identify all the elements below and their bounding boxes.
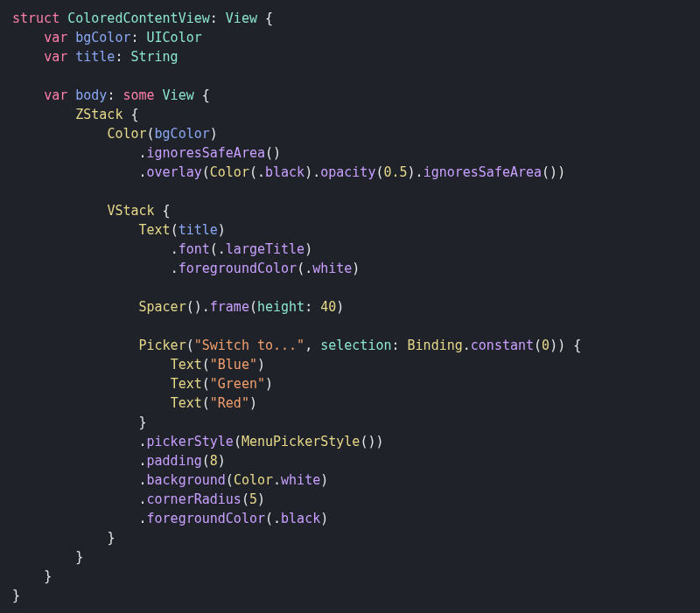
line: var body: some View {	[12, 87, 210, 103]
string-switch-to: "Switch to..."	[194, 338, 304, 353]
line: Color(bgColor)	[12, 126, 218, 142]
type-Picker: Picker	[139, 338, 186, 353]
line: .background(Color.white)	[12, 472, 328, 488]
num-0.5: 0.5	[383, 164, 407, 180]
type-Text: Text	[171, 357, 202, 373]
line: ZStack {	[12, 107, 139, 122]
line: }	[12, 549, 83, 565]
enum-black: black	[265, 164, 304, 180]
fn-overlay: overlay	[147, 164, 202, 180]
enum-black: black	[281, 511, 320, 526]
line: Spacer().frame(height: 40)	[12, 299, 344, 315]
string-green: "Green"	[210, 376, 265, 392]
keyword-var: var	[44, 87, 67, 103]
type-View: View	[163, 87, 194, 103]
fn-ignoresSafeArea: ignoresSafeArea	[424, 164, 542, 180]
line: var title: String	[12, 49, 178, 65]
fn-font: font	[178, 241, 210, 257]
fn-cornerRadius: cornerRadius	[147, 491, 242, 507]
fn-pickerStyle: pickerStyle	[147, 434, 234, 449]
num-8: 8	[210, 453, 218, 469]
enum-white: white	[281, 472, 320, 488]
type-Color: Color	[210, 164, 249, 180]
line: VStack {	[12, 203, 171, 219]
type-Spacer: Spacer	[139, 299, 186, 315]
type-ZStack: ZStack	[75, 107, 122, 122]
line: var bgColor: UIColor	[12, 30, 202, 45]
line: Text("Blue")	[12, 357, 265, 373]
line: }	[12, 588, 20, 603]
line: }	[12, 568, 52, 584]
prop-title: title	[75, 49, 115, 65]
type-Color: Color	[234, 472, 273, 488]
code-block: struct ColoredContentView: View { var bg…	[12, 9, 688, 605]
fn-padding: padding	[147, 453, 202, 469]
fn-ignoresSafeArea: ignoresSafeArea	[147, 145, 265, 161]
string-blue: "Blue"	[210, 357, 257, 373]
prop-body: body	[75, 87, 107, 103]
fn-foregroundColor: foregroundColor	[178, 261, 297, 276]
num-40: 40	[320, 299, 336, 315]
arg-title: title	[178, 222, 218, 238]
line: struct ColoredContentView: View {	[12, 10, 273, 26]
line: Text(title)	[12, 222, 226, 238]
type-String: String	[130, 49, 178, 65]
prop-bgColor: bgColor	[75, 30, 130, 45]
fn-foregroundColor: foregroundColor	[147, 511, 265, 526]
type-Text: Text	[171, 376, 202, 392]
line: }	[12, 414, 147, 430]
line: .foregroundColor(.black)	[12, 511, 328, 526]
line: .overlay(Color(.black).opacity(0.5).igno…	[12, 164, 565, 180]
type-ColoredContentView: ColoredContentView	[67, 10, 210, 26]
fn-frame: frame	[210, 299, 249, 315]
num-5: 5	[249, 491, 257, 507]
type-UIColor: UIColor	[147, 30, 202, 45]
keyword-var: var	[44, 49, 67, 65]
arg-height: height	[257, 299, 304, 315]
type-VStack: VStack	[107, 203, 154, 219]
arg-bgColor: bgColor	[155, 126, 210, 142]
enum-largeTitle: largeTitle	[226, 241, 304, 257]
line: .ignoresSafeArea()	[12, 145, 281, 161]
line: .font(.largeTitle)	[12, 241, 312, 257]
fn-constant: constant	[471, 338, 534, 353]
keyword-struct: struct	[12, 10, 60, 26]
line: .pickerStyle(MenuPickerStyle())	[12, 434, 383, 449]
type-Binding: Binding	[408, 338, 463, 353]
type-Text: Text	[139, 222, 171, 238]
type-Color: Color	[107, 126, 146, 142]
line: Picker("Switch to...", selection: Bindin…	[12, 338, 581, 353]
type-View: View	[226, 10, 257, 26]
enum-white: white	[312, 261, 352, 276]
line: .padding(8)	[12, 453, 226, 469]
line: .cornerRadius(5)	[12, 491, 265, 507]
line: Text("Red")	[12, 395, 257, 411]
line: }	[12, 530, 115, 546]
line: .foregroundColor(.white)	[12, 261, 360, 276]
fn-background: background	[147, 472, 226, 488]
string-red: "Red"	[210, 395, 249, 411]
keyword-some: some	[122, 87, 154, 103]
type-Text: Text	[171, 395, 202, 411]
line: Text("Green")	[12, 376, 273, 392]
arg-selection: selection	[320, 338, 391, 353]
keyword-var: var	[44, 30, 67, 45]
type-MenuPickerStyle: MenuPickerStyle	[242, 434, 360, 449]
num-0: 0	[542, 338, 550, 353]
fn-opacity: opacity	[320, 164, 375, 180]
